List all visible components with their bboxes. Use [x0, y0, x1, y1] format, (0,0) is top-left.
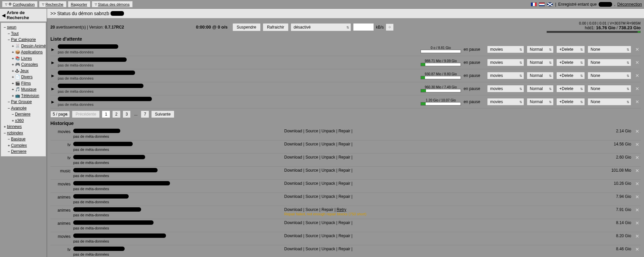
tree-musique[interactable]: Musique [21, 87, 36, 92]
tree-apps[interactable]: Applications [21, 50, 43, 54]
back-icon[interactable]: ◀ [2, 13, 5, 18]
daemons-menu[interactable]: ▽ Status des démons [92, 1, 133, 7]
queue-delete-icon[interactable]: ✕ [634, 47, 641, 52]
resume-icon[interactable]: ▶ [50, 74, 55, 78]
tree-nzbindex[interactable]: nzbindex [7, 131, 23, 135]
queue-priority-select[interactable]: Normal [527, 46, 554, 53]
tree-swun[interactable]: swun [7, 25, 16, 30]
tree-toggle[interactable]: + [12, 75, 14, 79]
queue-delete-icon[interactable]: ✕ [634, 86, 641, 91]
history-delete-icon[interactable]: ✕ [634, 168, 641, 173]
queue-page-1[interactable]: 1 [102, 111, 110, 118]
search-link[interactable]: Recherche [45, 2, 63, 6]
queue-script-select[interactable]: None [588, 59, 631, 66]
tree-par-cat[interactable]: Par Catégorie [11, 37, 36, 42]
tree-toggle[interactable]: − [8, 38, 10, 42]
queue-priority-select[interactable]: Normal [527, 98, 554, 105]
state-select[interactable]: désactivé [291, 23, 351, 31]
tree-films[interactable]: Films [21, 81, 31, 86]
queue-per-page[interactable]: 5 / page [50, 111, 70, 118]
config-link[interactable]: Configuration [13, 2, 35, 6]
resume-icon[interactable]: ▶ [50, 87, 55, 91]
tree-avancee[interactable]: Avancée [11, 106, 27, 111]
history-delete-icon[interactable]: ✕ [634, 142, 641, 147]
tree-toggle[interactable]: + [12, 62, 14, 67]
tree-jeux[interactable]: Jeux [20, 69, 29, 73]
queue-category-select[interactable]: movies [487, 46, 524, 53]
queue-page-3[interactable]: 3 [123, 111, 131, 118]
queue-page-7[interactable]: 7 [141, 111, 149, 118]
suspend-button[interactable]: Suspendre [232, 23, 261, 31]
tree-toggle[interactable]: − [8, 100, 10, 104]
tree-toggle[interactable]: + [12, 81, 14, 86]
history-delete-icon[interactable]: ✕ [634, 207, 641, 213]
tree-basique[interactable]: Basique [11, 137, 26, 141]
resume-icon[interactable]: ▶ [50, 60, 55, 65]
resume-icon[interactable]: ▶ [50, 47, 55, 52]
tree-binnews[interactable]: binnews [7, 124, 22, 129]
tree-toggle[interactable]: + [8, 143, 10, 148]
queue-priority-select[interactable]: Normal [527, 85, 554, 92]
history-delete-icon[interactable]: ✕ [634, 220, 641, 226]
tree-complex[interactable]: Complex [11, 143, 27, 148]
tree-dessin[interactable]: Dessin Animé [21, 44, 46, 48]
queue-page-2[interactable]: 2 [112, 111, 121, 118]
history-delete-icon[interactable]: ✕ [634, 155, 641, 160]
queue-script-select[interactable]: None [588, 72, 631, 79]
queue-next[interactable]: Suivante [151, 111, 174, 118]
tree-toggle[interactable]: − [4, 131, 6, 135]
search-menu[interactable]: ▽ Recherche [39, 1, 66, 7]
queue-priority-select[interactable]: Normal [527, 72, 554, 79]
report-button[interactable]: Rapporter [68, 1, 90, 7]
queue-category-select[interactable]: movies [487, 98, 524, 105]
queue-pp-select[interactable]: +Delete [556, 98, 585, 105]
resume-icon[interactable]: ▶ [50, 100, 55, 104]
logout-link[interactable]: Déconnection [617, 2, 642, 7]
config-menu[interactable]: ▽ ⚙ Configuration [2, 1, 38, 7]
queue-pp-select[interactable]: +Delete [556, 46, 585, 53]
tree-toggle[interactable]: − [4, 25, 6, 30]
queue-category-select[interactable]: movies [487, 59, 524, 66]
tree-par-grp[interactable]: Par Groupe [11, 99, 32, 104]
tree-divers[interactable]: Divers [21, 75, 33, 79]
history-delete-icon[interactable]: ✕ [634, 247, 641, 252]
tree-x360[interactable]: x360 [15, 118, 24, 123]
queue-pp-select[interactable]: +Delete [556, 72, 585, 79]
retry-link[interactable]: Retry [337, 207, 346, 212]
queue-script-select[interactable]: None [588, 85, 631, 92]
flag-uk-icon[interactable] [547, 2, 553, 6]
queue-pp-select[interactable]: +Delete [556, 59, 585, 66]
speed-menu-button[interactable]: ⁘ [386, 24, 394, 31]
queue-priority-select[interactable]: Normal [527, 59, 554, 66]
history-delete-icon[interactable]: ✕ [634, 129, 641, 134]
queue-delete-icon[interactable]: ✕ [634, 73, 641, 78]
tree-toggle[interactable]: − [8, 149, 10, 154]
tree-derniere[interactable]: Derniere [15, 112, 31, 117]
refresh-button[interactable]: Rafraichir [263, 23, 289, 31]
history-delete-icon[interactable]: ✕ [634, 233, 641, 239]
queue-delete-icon[interactable]: ✕ [634, 99, 641, 104]
tree-toggle[interactable]: − [8, 106, 10, 111]
tree-toggle[interactable]: − [8, 137, 10, 141]
tree-toggle[interactable]: − [12, 112, 14, 117]
flag-fr-icon[interactable] [531, 2, 537, 6]
history-delete-icon[interactable]: ✕ [634, 181, 641, 186]
tree-toggle[interactable]: + [12, 56, 14, 61]
queue-category-select[interactable]: movies [487, 85, 524, 92]
queue-script-select[interactable]: None [588, 46, 631, 53]
speed-input[interactable] [353, 23, 374, 31]
tree-toggle[interactable]: + [4, 125, 6, 129]
queue-category-select[interactable]: movies [487, 72, 524, 79]
queue-pp-select[interactable]: +Delete [556, 85, 585, 92]
tree-toggle[interactable]: + [12, 119, 14, 123]
tree-tv[interactable]: Télévision [21, 93, 39, 98]
tree-toggle[interactable]: + [12, 50, 14, 54]
daemons-link[interactable]: Status des démons [98, 2, 130, 6]
tree-toggle[interactable]: + [12, 69, 14, 73]
queue-delete-icon[interactable]: ✕ [634, 60, 641, 65]
tree-toggle[interactable]: + [12, 44, 14, 48]
tree-tout[interactable]: Tout [11, 31, 19, 36]
tree-consoles[interactable]: Consoles [21, 62, 38, 67]
tree-toggle[interactable]: + [12, 94, 14, 98]
tree-derniere2[interactable]: Derniere [11, 149, 27, 154]
